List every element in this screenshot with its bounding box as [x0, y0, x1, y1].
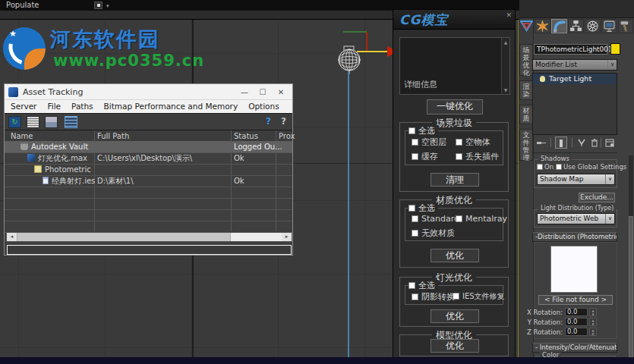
shadow-type-dropdown[interactable]: Shadow Map ∨: [537, 174, 615, 185]
help-icon[interactable]: ?: [266, 116, 271, 127]
cg-plugin-logo-icon[interactable]: [520, 20, 533, 39]
checkbox[interactable]: [408, 282, 415, 289]
refresh-icon[interactable]: ↻: [8, 116, 21, 128]
cg-panel-titlebar[interactable]: CG模宝 ✕: [393, 10, 515, 30]
light-color-swatch[interactable]: [610, 43, 620, 55]
scroll-up-icon[interactable]: ▲: [502, 39, 509, 45]
chevron-down-icon[interactable]: ∨: [605, 214, 614, 224]
workspace-icon[interactable]: [94, 2, 103, 9]
side-tab-scene-optimize[interactable]: 场景优化: [519, 44, 533, 76]
col-prox[interactable]: Prox: [279, 130, 295, 142]
table-row-empty[interactable]: [5, 221, 292, 233]
file-not-found-button[interactable]: < File not found >: [538, 295, 613, 305]
select-all-checkbox[interactable]: 全选: [408, 125, 438, 136]
menu-paths[interactable]: Paths: [71, 100, 93, 113]
checkbox-cache[interactable]: 缓存: [412, 151, 438, 162]
col-full-path[interactable]: Full Path: [97, 130, 129, 142]
side-tab-material[interactable]: 材质: [519, 105, 533, 124]
shadows-on-checkbox[interactable]: On: [537, 163, 554, 171]
table-row-empty[interactable]: [5, 199, 292, 210]
scroll-left-icon[interactable]: ◂: [7, 233, 17, 241]
col-status[interactable]: Status: [234, 130, 258, 142]
scroll-right-icon[interactable]: ▸: [282, 233, 292, 241]
z-rotation-spinner[interactable]: ▲▼: [589, 328, 597, 336]
optimize-button[interactable]: 优化: [431, 339, 479, 353]
scroll-down-icon[interactable]: ▼: [502, 87, 509, 93]
tab-hierarchy[interactable]: [568, 19, 584, 33]
checkbox-shadow-convert[interactable]: 阴影转换: [412, 291, 455, 303]
scrollbar-thumb[interactable]: [629, 216, 633, 357]
checkbox-missing-plugins[interactable]: 丢失插件: [456, 151, 499, 162]
menu-bitmap-performance[interactable]: Bitmap Performance and Memory: [104, 100, 238, 113]
distribution-type-dropdown[interactable]: Photometric Web ∨: [537, 213, 615, 224]
remove-modifier-icon[interactable]: [589, 136, 600, 149]
select-all-checkbox[interactable]: 全选: [408, 280, 438, 291]
checkbox-ies-repair[interactable]: IES文件修复: [453, 291, 505, 302]
tab-display[interactable]: [601, 19, 617, 33]
object-name-field[interactable]: TPhotometricLight001: [534, 44, 607, 55]
asset-table: Name Full Path Status Prox Autodesk Vaul…: [5, 130, 292, 231]
table-view-icon[interactable]: [65, 116, 77, 128]
configure-modifier-sets-icon[interactable]: [604, 136, 615, 149]
checkbox-invalid-material[interactable]: 无效材质: [412, 228, 455, 239]
checkbox-standard[interactable]: Standard: [412, 214, 459, 224]
optimize-button[interactable]: 优化: [431, 249, 479, 262]
close-icon[interactable]: ✕: [506, 11, 512, 19]
menu-server[interactable]: Server: [11, 100, 36, 113]
optimize-button[interactable]: 优化: [431, 309, 479, 323]
horizontal-scrollbar[interactable]: ◂ ▸: [6, 232, 292, 242]
scrollbar-thumb[interactable]: [17, 233, 231, 241]
caret-down-icon[interactable]: ▾: [106, 1, 109, 11]
chevron-down-icon[interactable]: ∨: [605, 174, 614, 184]
table-row-empty[interactable]: [5, 187, 292, 199]
checkbox[interactable]: [408, 127, 415, 134]
maximize-button[interactable]: ☐: [254, 84, 271, 100]
z-rotation-field[interactable]: 0.0: [565, 328, 588, 336]
menu-options[interactable]: Options: [248, 100, 279, 113]
modifier-stack[interactable]: Target Light: [532, 73, 617, 135]
side-tab-render[interactable]: 渲染: [519, 80, 533, 100]
select-all-checkbox[interactable]: 全选: [408, 202, 438, 214]
tab-modify[interactable]: [551, 19, 567, 33]
minimize-button[interactable]: —: [236, 84, 253, 100]
tab-create[interactable]: [535, 19, 550, 33]
table-row-empty[interactable]: [5, 210, 292, 221]
y-rotation-spinner[interactable]: ▲▼: [589, 318, 597, 326]
modifier-list-dropdown[interactable]: Modifier List ∨: [532, 59, 617, 71]
y-rotation-field[interactable]: 0.0: [565, 318, 588, 326]
close-button[interactable]: ✕: [273, 84, 289, 100]
context-help-icon[interactable]: ?: [281, 116, 286, 127]
side-tab-file-manage[interactable]: 文件管理: [519, 129, 533, 161]
show-end-result-icon[interactable]: [555, 136, 567, 149]
panel-scrollbar[interactable]: [629, 155, 633, 357]
clean-button[interactable]: 清理: [431, 173, 479, 187]
tab-utilities[interactable]: [618, 19, 633, 33]
checkbox-empty-layers[interactable]: 空图层: [412, 136, 446, 148]
make-unique-icon[interactable]: [576, 136, 587, 149]
info-textarea[interactable]: 详细信息 ▲ ▼: [399, 37, 510, 95]
distribution-rollout-header[interactable]: -Distribution (Photometric Web): [532, 232, 617, 242]
stack-item-target-light[interactable]: Target Light: [533, 74, 617, 84]
exclude-button[interactable]: Exclude...: [579, 193, 615, 202]
x-rotation-spinner[interactable]: ▲▼: [589, 308, 597, 316]
info-scrollbar[interactable]: ▲ ▼: [501, 38, 509, 94]
use-global-settings-checkbox[interactable]: Use Global Settings: [556, 163, 626, 171]
checkbox-empty-objects[interactable]: 空物体: [456, 136, 490, 148]
dialog-titlebar[interactable]: Asset Tracking — ☐ ✕: [5, 84, 292, 100]
table-row[interactable]: Autodesk Vault Logged Ou...: [5, 142, 292, 153]
tab-motion[interactable]: [585, 19, 601, 33]
folder-table-icon[interactable]: [45, 116, 58, 128]
col-name[interactable]: Name: [11, 130, 33, 142]
one-click-optimize-button[interactable]: 一键优化: [427, 99, 483, 115]
x-rotation-field[interactable]: 0.0: [565, 308, 588, 316]
checkbox[interactable]: [408, 205, 415, 212]
menu-populate[interactable]: Populate: [6, 0, 39, 11]
pin-stack-icon[interactable]: [536, 136, 547, 149]
table-row[interactable]: 灯光优化.max C:\Users\xl\Desktop\演示\ Ok: [5, 153, 292, 165]
table-row[interactable]: Photometric: [5, 165, 292, 176]
menu-file[interactable]: File: [47, 100, 61, 113]
list-view-icon[interactable]: [27, 116, 39, 128]
checkbox-mentalray[interactable]: Mentalray: [456, 214, 507, 224]
table-row[interactable]: 经典射灯.ies D:\素材\1\ Ok: [5, 176, 292, 187]
chevron-down-icon[interactable]: ∨: [607, 60, 617, 70]
